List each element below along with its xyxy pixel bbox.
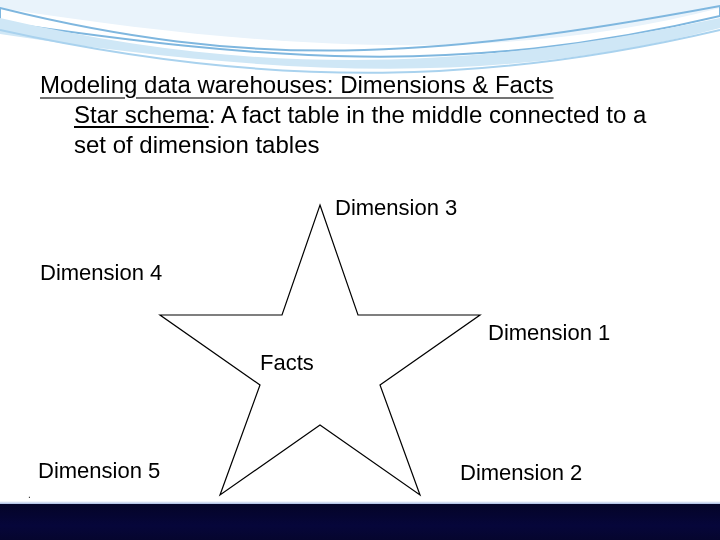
label-dimension-2: Dimension 2 (460, 460, 582, 486)
label-dimension-3: Dimension 3 (335, 195, 457, 221)
title-line-1: Modeling data warehouses: Dimensions & F… (40, 71, 554, 98)
stray-dot: . (28, 489, 31, 500)
label-dimension-5: Dimension 5 (38, 458, 160, 484)
star-shape (150, 195, 490, 515)
footer-bar (0, 504, 720, 540)
svg-marker-0 (160, 205, 480, 495)
title-line-2: Star schema: A fact table in the middle … (40, 100, 680, 160)
schema-name: Star schema (74, 101, 209, 128)
label-facts: Facts (260, 350, 314, 376)
slide-title: Modeling data warehouses: Dimensions & F… (40, 70, 680, 160)
header-swoosh (0, 0, 720, 80)
label-dimension-4: Dimension 4 (40, 260, 162, 286)
label-dimension-1: Dimension 1 (488, 320, 610, 346)
